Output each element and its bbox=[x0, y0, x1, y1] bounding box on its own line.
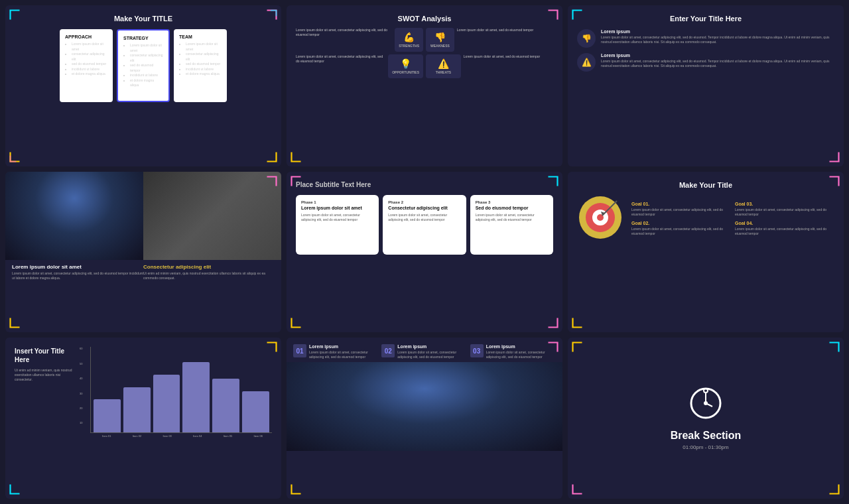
slide1-title: Make Your TITLE bbox=[15, 15, 272, 23]
neon-corner-br-3 bbox=[818, 141, 841, 164]
slide4-cap-right-title: Consectetur adipiscing elit bbox=[143, 264, 275, 270]
goal3-text: Lorem ipsum dolor sit amet, consectetur … bbox=[735, 208, 834, 217]
neon-corner-br bbox=[255, 141, 279, 164]
slide8-items: 01 Lorem ipsum Lorem ipsum dolor sit ame… bbox=[287, 338, 562, 362]
phase2-text: Lorem ipsum dolor sit amet, consectetur … bbox=[388, 213, 460, 222]
slide6-title: Make Your Title bbox=[577, 181, 834, 189]
neon-corner-bl bbox=[8, 141, 31, 164]
goal1: Goal 01. Lorem ipsum dolor sit amet, con… bbox=[631, 202, 731, 217]
bar-6 bbox=[242, 391, 269, 433]
swot-opportunities: 💡 OPPORTUNITIES bbox=[388, 54, 423, 78]
phase2: Phase 2 Consectetur adipiscing elit Lore… bbox=[383, 195, 466, 255]
y-label-3: 30 bbox=[80, 392, 89, 395]
neon-corner-bl-9 bbox=[570, 473, 594, 496]
neon-corner-tl bbox=[8, 8, 31, 31]
bar-chart-container: Item 01 Item 02 Item 03 Item 04 Item 05 … bbox=[90, 347, 272, 438]
slide3-item2-icon: ⚠️ bbox=[577, 53, 596, 72]
neon-corner-tr-6 bbox=[818, 174, 841, 198]
slide7-chart-area: 60 50 40 30 20 10 Item 01 Item 02 Item 0… bbox=[80, 347, 272, 438]
slide3-item2-title: Lorem ipsum bbox=[601, 53, 834, 58]
phase3-text: Lorem ipsum dolor sit amet, consectetur … bbox=[476, 213, 548, 222]
break-time: 01:00pm - 01:30pm bbox=[683, 444, 728, 450]
crowd-scene-1 bbox=[5, 172, 143, 260]
slide3-item2-text: Lorem ipsum dolor sit amet, consectetur … bbox=[601, 59, 834, 68]
neon-corner-bl-4 bbox=[8, 306, 31, 330]
neon-corner-bl-5 bbox=[289, 306, 312, 330]
neon-corner-bl-2 bbox=[289, 141, 312, 164]
slide-1: Make Your TITLE APPROACH Lorem ipsum dol… bbox=[5, 5, 281, 166]
col-strategy: STRATEGY Lorem ipsum dolor sit amet cons… bbox=[117, 29, 170, 102]
neon-corner-tr-2 bbox=[537, 8, 560, 31]
y-label-5: 50 bbox=[80, 362, 89, 365]
phase2-num: Phase 2 bbox=[388, 200, 460, 204]
swot-row2: Lorem ipsum dolor sit amet, consectetur … bbox=[296, 54, 553, 78]
goal1-text: Lorem ipsum dolor sit amet, consectetur … bbox=[631, 208, 731, 217]
y-axis-labels: 60 50 40 30 20 10 bbox=[80, 347, 89, 424]
slide3-item1-content: Lorem ipsum Lorem ipsum dolor sit amet, … bbox=[601, 29, 834, 44]
slide8-item1-title: Lorem ipsum bbox=[309, 344, 379, 349]
bar-label-5: Item 05 bbox=[214, 434, 242, 438]
swot-threats-label: THREATS bbox=[430, 70, 457, 74]
neon-corner-tl-9 bbox=[570, 340, 594, 363]
slide3-item1: 👎 Lorem ipsum Lorem ipsum dolor sit amet… bbox=[577, 29, 834, 48]
swot-strength-icon: 💪 bbox=[399, 32, 419, 42]
slide5-subtitle: Place Subtitle Text Here bbox=[296, 181, 553, 188]
slide7-text: Ut enim ad minim veniam, quis nostrud ex… bbox=[15, 368, 74, 382]
goal2: Goal 02. Lorem ipsum dolor sit amet, con… bbox=[631, 221, 731, 236]
phase3-num: Phase 3 bbox=[476, 200, 548, 204]
slide-8: 01 Lorem ipsum Lorem ipsum dolor sit ame… bbox=[287, 338, 562, 499]
bar-2 bbox=[123, 387, 151, 433]
swot-opp-label: OPPORTUNITIES bbox=[392, 70, 419, 74]
slide8-badge1: 01 bbox=[293, 344, 306, 357]
neon-corner-br-9 bbox=[818, 473, 841, 496]
bar-3 bbox=[153, 375, 180, 433]
swot-threats-icon: ⚠️ bbox=[430, 58, 457, 69]
slide4-captions: Lorem ipsum dolor sit amet Lorem ipsum d… bbox=[5, 260, 281, 284]
slide3-item1-text: Lorem ipsum dolor sit amet, consectetur … bbox=[601, 35, 834, 44]
col-team-header: TEAM bbox=[179, 34, 222, 39]
bar-label-6: Item 06 bbox=[244, 434, 272, 438]
slide-5: Place Subtitle Text Here Phase 1 Lorem i… bbox=[287, 172, 562, 333]
y-label-6: 60 bbox=[80, 347, 89, 350]
slide-4: Lorem ipsum dolor sit amet Lorem ipsum d… bbox=[5, 172, 281, 333]
phase3: Phase 3 Sed do eiusmod tempor Lorem ipsu… bbox=[470, 195, 553, 255]
clock-icon bbox=[689, 387, 722, 420]
neon-corner-tl-5 bbox=[289, 174, 312, 198]
slide7-title: Insert Your Title Here bbox=[15, 347, 74, 364]
slide1-columns: APPROACH Lorem ipsum dolor sit amet cons… bbox=[15, 29, 272, 102]
slide3-item2: ⚠️ Lorem ipsum Lorem ipsum dolor sit ame… bbox=[577, 53, 834, 72]
col-team-list: Lorem ipsum dolor sit amet consectetur a… bbox=[179, 42, 222, 77]
swot-row1: Lorem ipsum dolor sit amet, consectetur … bbox=[296, 28, 553, 52]
slide8-item2-text: Lorem ipsum dolor sit amet, consectetur … bbox=[397, 350, 467, 359]
bar-label-2: Item 02 bbox=[123, 434, 151, 438]
swot-weakness-icon: 👎 bbox=[430, 32, 450, 42]
swot-weakness: 👎 WEAKNESS bbox=[426, 28, 454, 52]
swot-threats: ⚠️ THREATS bbox=[426, 54, 461, 78]
col-approach: APPROACH Lorem ipsum dolor sit amet cons… bbox=[60, 29, 113, 102]
swot-boxes-top: 💪 STRENGTHS 👎 WEAKNESS bbox=[395, 28, 454, 52]
swot-left2: Lorem ipsum dolor sit amet, consectetur … bbox=[296, 54, 385, 64]
goal1-title: Goal 01. bbox=[631, 202, 731, 206]
phase1-num: Phase 1 bbox=[301, 200, 373, 204]
swot-strength-label: STRENGTHS bbox=[399, 44, 419, 48]
goal3: Goal 03. Lorem ipsum dolor sit amet, con… bbox=[735, 202, 834, 217]
neon-corner-bl-7 bbox=[8, 473, 31, 496]
slide8-item1: 01 Lorem ipsum Lorem ipsum dolor sit ame… bbox=[293, 344, 379, 359]
slide-2: SWOT Analysis Lorem ipsum dolor sit amet… bbox=[287, 5, 562, 166]
phase2-title: Consectetur adipiscing elit bbox=[388, 206, 460, 210]
slide8-item1-text: Lorem ipsum dolor sit amet, consectetur … bbox=[309, 350, 379, 359]
swot-opp-icon: 💡 bbox=[392, 58, 419, 69]
goal4: Goal 04. Lorem ipsum dolor sit amet, con… bbox=[735, 221, 834, 236]
slide-9: Break Section 01:00pm - 01:30pm bbox=[568, 338, 844, 499]
slide8-item2-title: Lorem ipsum bbox=[397, 344, 467, 349]
slide3-item1-icon: 👎 bbox=[577, 29, 596, 48]
goals-grid: Goal 01. Lorem ipsum dolor sit amet, con… bbox=[631, 202, 834, 236]
phase1-title: Lorem ipsum dolor sit amet bbox=[301, 206, 373, 210]
crowd-bg bbox=[287, 362, 562, 450]
slide8-item2: 02 Lorem ipsum Lorem ipsum dolor sit ame… bbox=[381, 344, 467, 359]
goal2-text: Lorem ipsum dolor sit amet, consectetur … bbox=[631, 227, 731, 236]
bar-label-3: Item 03 bbox=[153, 434, 181, 438]
slide8-item1-content: Lorem ipsum Lorem ipsum dolor sit amet, … bbox=[309, 344, 379, 359]
slide2-title: SWOT Analysis bbox=[296, 15, 553, 23]
swot-boxes-bottom: 💡 OPPORTUNITIES ⚠️ THREATS bbox=[388, 54, 461, 78]
